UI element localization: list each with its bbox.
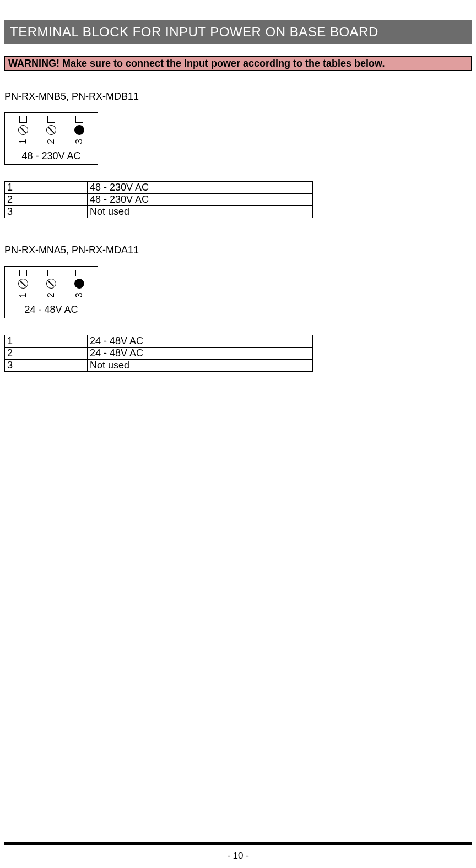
model-heading-2: PN-RX-MNA5, PN-RX-MDA11 [4, 245, 472, 256]
pin-cell: 1 [5, 335, 88, 348]
desc-cell: Not used [88, 360, 313, 372]
terminal-slot-icon [19, 116, 27, 123]
table-row: 2 24 - 48V AC [5, 348, 313, 360]
desc-cell: 48 - 230V AC [88, 182, 313, 194]
desc-cell: Not used [88, 206, 313, 218]
terminal-diagram-2: 1 2 3 24 - 48V AC [4, 266, 98, 318]
terminal-number-row: 1 2 3 [9, 290, 93, 301]
terminal-slot-icon [75, 116, 83, 123]
terminal-screw-open-icon [46, 125, 56, 135]
pin-number-2: 2 [46, 290, 57, 300]
pin-table-1: 1 48 - 230V AC 2 48 - 230V AC 3 Not used [4, 181, 313, 218]
terminal-screw-open-icon [18, 125, 28, 135]
terminal-slot-icon [47, 270, 55, 276]
terminal-screw-row [9, 279, 93, 289]
terminal-slot-icon [19, 270, 27, 276]
terminal-number-row: 1 2 3 [9, 136, 93, 147]
table-row: 1 24 - 48V AC [5, 335, 313, 348]
terminal-diagram-1: 1 2 3 48 - 230V AC [4, 112, 98, 165]
table-row: 3 Not used [5, 360, 313, 372]
warning-box: WARNING! Make sure to connect the input … [4, 56, 472, 71]
pin-cell: 2 [5, 194, 88, 206]
model-heading-1: PN-RX-MNB5, PN-RX-MDB11 [4, 91, 472, 102]
pin-table-2: 1 24 - 48V AC 2 24 - 48V AC 3 Not used [4, 335, 313, 372]
diagram-voltage-label: 24 - 48V AC [9, 304, 93, 316]
terminal-top-row [9, 270, 93, 276]
pin-number-1: 1 [18, 290, 29, 300]
pin-number-3: 3 [74, 137, 85, 147]
terminal-screw-row [9, 125, 93, 135]
pin-number-2: 2 [46, 137, 57, 147]
pin-cell: 3 [5, 206, 88, 218]
pin-number-1: 1 [18, 137, 29, 147]
terminal-screw-open-icon [46, 279, 56, 289]
terminal-slot-icon [75, 270, 83, 276]
pin-cell: 2 [5, 348, 88, 360]
pin-cell: 1 [5, 182, 88, 194]
pin-number-3: 3 [74, 290, 85, 300]
diagram-voltage-label: 48 - 230V AC [9, 150, 93, 162]
terminal-slot-icon [47, 116, 55, 123]
footer-rule [4, 842, 472, 845]
page-number: - 10 - [0, 850, 476, 861]
terminal-screw-open-icon [18, 279, 28, 289]
table-row: 2 48 - 230V AC [5, 194, 313, 206]
table-row: 3 Not used [5, 206, 313, 218]
terminal-screw-filled-icon [74, 125, 84, 135]
section-title: TERMINAL BLOCK FOR INPUT POWER ON BASE B… [4, 20, 472, 44]
terminal-screw-filled-icon [74, 279, 84, 289]
desc-cell: 48 - 230V AC [88, 194, 313, 206]
desc-cell: 24 - 48V AC [88, 348, 313, 360]
desc-cell: 24 - 48V AC [88, 335, 313, 348]
terminal-top-row [9, 116, 93, 123]
table-row: 1 48 - 230V AC [5, 182, 313, 194]
pin-cell: 3 [5, 360, 88, 372]
